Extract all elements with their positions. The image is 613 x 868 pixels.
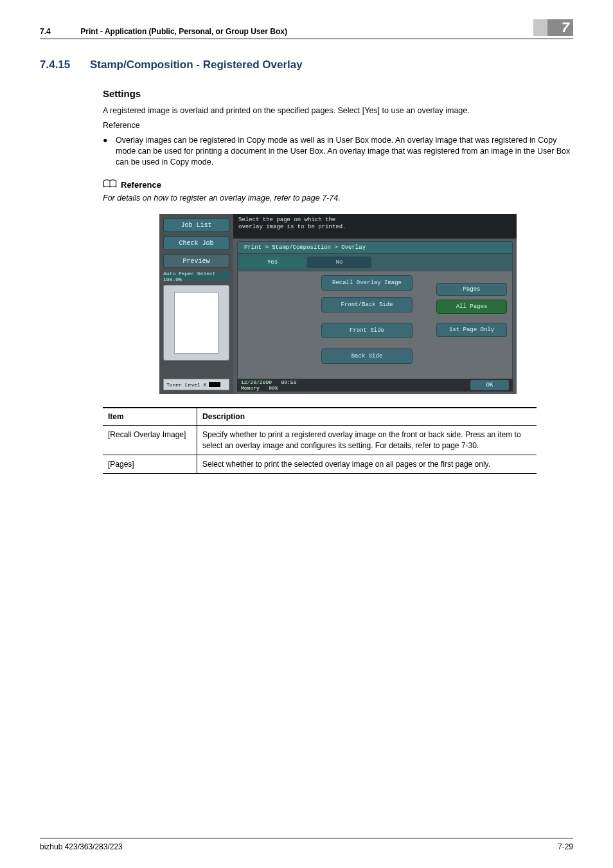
bullet-text: Overlay images can be registered in Copy… [116, 135, 573, 168]
table-cell-item: [Pages] [103, 455, 197, 473]
recall-overlay-button[interactable]: Recall Overlay Image [321, 275, 413, 291]
book-icon [103, 179, 117, 191]
yes-no-tabs: Yes No [237, 254, 513, 271]
section-title: Print - Application (Public, Personal, o… [80, 27, 287, 36]
heading-number: 7.4.15 [40, 59, 90, 71]
reference-title: Reference [121, 180, 161, 190]
reference-text: For details on how to register an overla… [103, 194, 573, 203]
section-number: 7.4 [40, 27, 78, 36]
back-side-button[interactable]: Back Side [321, 348, 413, 364]
footer-time: 09:58 [281, 379, 296, 385]
footer-memory-value: 99% [269, 385, 278, 391]
page-header: 7.4 Print - Application (Public, Persona… [40, 19, 573, 39]
page-footer: bizhub 423/363/283/223 7-29 [40, 838, 573, 851]
preview-thumbnail [163, 285, 229, 361]
device-screenshot: Job List Check Job Preview Auto Paper Se… [159, 214, 517, 394]
instruction-line-2: overlay image is to be printed. [238, 224, 511, 231]
settings-paragraph: A registered image is overlaid and print… [103, 105, 573, 116]
front-back-side-button[interactable]: Front/Back Side [321, 297, 413, 312]
job-list-button[interactable]: Job List [163, 218, 229, 232]
check-job-button[interactable]: Check Job [163, 236, 229, 250]
pages-heading: Pages [436, 283, 507, 296]
front-side-button[interactable]: Front Side [321, 323, 413, 338]
breadcrumb-path: Print > Stamp/Composition > Overlay [237, 241, 513, 254]
table-header-description: Description [197, 408, 537, 426]
first-page-only-button[interactable]: 1st Page Only [436, 323, 507, 337]
reference-label: Reference [103, 120, 573, 131]
zoom-indicator: Auto Paper Select 100.0% [163, 272, 229, 281]
preview-button[interactable]: Preview [163, 254, 229, 268]
bullet-item: ● Overlay images can be registered in Co… [103, 135, 573, 168]
toner-level-label: Toner Level K [166, 382, 206, 388]
toner-bar-icon [209, 382, 220, 387]
instruction-line-1: Select the page on which the [238, 217, 511, 224]
all-pages-button[interactable]: All Pages [436, 300, 507, 314]
heading-title: Stamp/Composition - Registered Overlay [90, 59, 303, 71]
breadcrumb: 7.4 Print - Application (Public, Persona… [40, 27, 287, 36]
footer-model: bizhub 423/363/283/223 [40, 842, 123, 851]
footer-page-number: 7-29 [558, 842, 573, 851]
table-header-item: Item [103, 408, 197, 426]
table-cell-item: [Recall Overlay Image] [103, 426, 197, 455]
screenshot-footer: 12/29/2009 09:58 Memory 99% OK [237, 379, 513, 392]
table-cell-desc: Specify whether to print a registered ov… [197, 426, 537, 455]
instruction-text: Select the page on which the overlay ima… [233, 214, 517, 239]
table-row: [Recall Overlay Image] Specify whether t… [103, 426, 537, 455]
tab-no[interactable]: No [307, 257, 371, 268]
badge-stripe [533, 19, 547, 36]
bullet-dot-icon: ● [103, 135, 116, 168]
chapter-badge: 7 [533, 19, 573, 36]
screenshot-main: Select the page on which the overlay ima… [233, 214, 517, 394]
table-cell-desc: Select whether to print the selected ove… [197, 455, 537, 473]
screenshot-body: Recall Overlay Image Front/Back Side Fro… [237, 271, 513, 381]
footer-memory-label: Memory [241, 385, 260, 391]
section-heading: 7.4.15 Stamp/Composition - Registered Ov… [40, 59, 573, 71]
tab-yes[interactable]: Yes [240, 257, 305, 268]
footer-status: 12/29/2009 09:58 Memory 99% [241, 379, 296, 391]
ok-button[interactable]: OK [470, 380, 509, 390]
table-row: [Pages] Select whether to print the sele… [103, 455, 537, 473]
pages-panel: Pages All Pages 1st Page Only [436, 283, 507, 337]
reference-block: Reference For details on how to register… [103, 179, 573, 203]
settings-table: Item Description [Recall Overlay Image] … [103, 407, 537, 474]
footer-date: 12/29/2009 [241, 379, 272, 385]
settings-heading: Settings [103, 88, 573, 99]
toner-level: Toner Level K [163, 379, 229, 390]
chapter-number: 7 [547, 19, 573, 36]
screenshot-sidebar: Job List Check Job Preview Auto Paper Se… [159, 214, 233, 394]
